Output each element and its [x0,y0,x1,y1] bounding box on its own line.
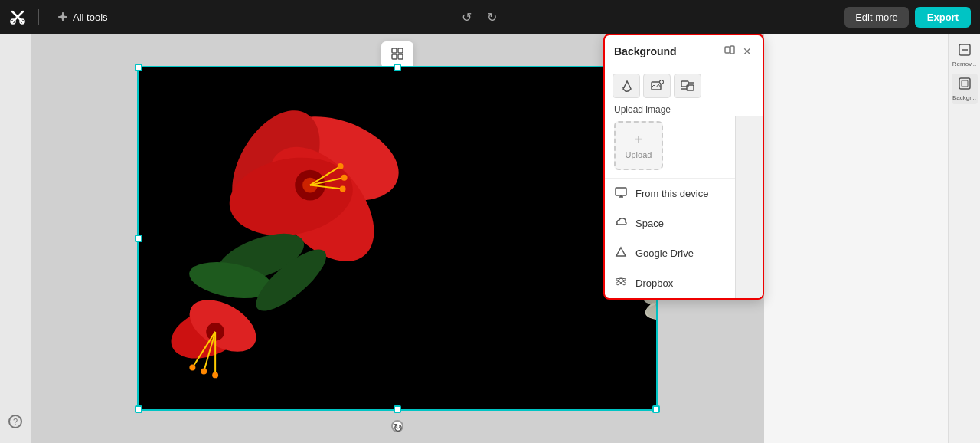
help-icon: ? [8,415,22,428]
svg-point-29 [189,365,195,371]
handle-top-left[interactable] [135,64,142,71]
image-add-icon [650,79,664,93]
undo-button[interactable]: ↺ [457,7,476,28]
svg-rect-4 [392,54,397,59]
rotate-bottom-button[interactable]: ↻ [393,421,403,435]
background-panel: Background ✕ [603,34,764,300]
background-tabs [605,67,763,104]
topbar-divider [38,9,39,25]
thumbnail-strip [735,116,763,298]
topbar-left: All tools [9,8,114,26]
background-mini-button[interactable]: Backgr... [952,74,978,104]
bg-tab-color[interactable] [612,74,640,98]
topbar-center: ↺ ↻ [457,7,501,28]
sparkle-icon [57,11,68,22]
device-label: From this device [635,188,708,199]
background-panel-title: Background [614,45,677,57]
gdrive-icon [614,246,628,261]
handle-bottom-left[interactable] [135,405,142,413]
handle-bottom-right[interactable] [652,405,660,413]
svg-rect-42 [725,47,730,53]
upload-section-label: Upload image [614,104,753,115]
help-button[interactable]: ? [3,409,28,434]
right-mini-toolbar: Remov... Backgr... [948,34,980,443]
edit-more-button[interactable]: Edit more [844,7,909,28]
background-mini-icon [958,77,972,93]
handle-mid-left[interactable] [135,235,142,242]
redo-button[interactable]: ↻ [482,7,501,28]
space-label: Space [635,218,664,229]
all-tools-label: All tools [73,11,108,23]
background-panel-close-button[interactable]: ✕ [741,44,753,59]
all-tools-button[interactable]: All tools [51,8,114,26]
gdrive-label: Google Drive [635,248,694,259]
svg-point-17 [338,163,344,169]
background-mini-label: Backgr... [952,94,976,101]
upload-button[interactable]: + Upload [614,121,663,170]
dropbox-label: Dropbox [635,277,673,289]
svg-rect-50 [616,188,626,195]
svg-point-19 [340,186,346,192]
svg-rect-2 [392,48,397,53]
svg-rect-56 [962,80,968,87]
export-button[interactable]: Export [915,7,971,28]
remove-bg-mini-label: Remov... [952,61,976,67]
handle-bottom-mid[interactable] [394,405,401,413]
image-container[interactable]: ↻ [137,66,658,411]
upload-label: Upload [626,150,652,159]
background-panel-header: Background ✕ [605,35,763,67]
svg-point-18 [341,175,348,181]
svg-rect-6 [139,67,655,409]
space-icon [614,216,628,231]
image-background [139,67,656,409]
right-panel: Background ✕ [764,34,948,443]
background-panel-actions: ✕ [723,43,753,59]
svg-rect-55 [959,78,970,89]
left-sidebar: ? [0,34,31,443]
handle-top-mid[interactable] [394,64,401,71]
resize-icon [724,44,735,55]
dropbox-icon [614,276,628,290]
upload-plus-icon: + [634,132,643,147]
device-icon [614,186,628,201]
topbar-right: Edit more Export [844,7,971,28]
bg-tab-replace[interactable] [674,74,701,98]
grid-icon [390,47,404,61]
svg-point-31 [212,372,218,378]
bg-tab-image[interactable] [643,74,671,98]
remove-bg-icon [958,43,972,59]
background-panel-resize-button[interactable] [723,43,737,59]
replace-image-icon [681,79,694,93]
canvas-image [139,67,656,409]
color-bucket-icon [619,79,633,93]
svg-rect-43 [730,46,734,54]
svg-rect-5 [398,54,403,59]
topbar: All tools ↺ ↻ Edit more Export [0,0,980,34]
remove-bg-mini-button[interactable]: Remov... [952,40,978,71]
svg-point-30 [201,368,207,374]
logo-icon [9,8,26,25]
canvas-grid-button[interactable] [387,45,407,64]
main-area: ? [0,34,980,443]
svg-rect-3 [398,48,403,53]
bottom-bar: ↻ [393,421,403,435]
